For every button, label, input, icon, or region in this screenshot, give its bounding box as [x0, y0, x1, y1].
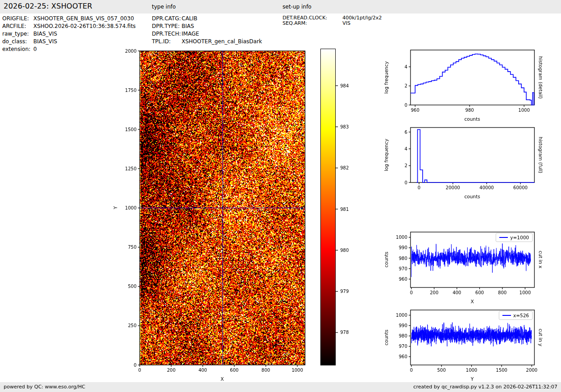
meta-row-tpl-id: TPL.ID:XSHOOTER_gen_cal_BiasDark: [152, 38, 262, 46]
type-info-block: DPR.CATG:CALIB DPR.TYPE:BIAS DPR.TECH:IM…: [152, 15, 262, 46]
bias-image-canvas: [140, 51, 305, 365]
svg-text:960: 960: [411, 108, 420, 113]
svg-text:200: 200: [430, 290, 438, 295]
svg-text:0: 0: [410, 368, 413, 373]
svg-text:1250: 1250: [125, 166, 137, 171]
meta-row-raw-type: raw_type:BIAS_VIS: [2, 30, 136, 38]
cut-x-xlabel: X: [470, 299, 474, 304]
svg-text:1000: 1000: [518, 108, 529, 113]
svg-text:1000: 1000: [520, 290, 531, 295]
svg-text:800: 800: [498, 290, 506, 295]
svg-text:0: 0: [418, 185, 420, 190]
main-ylabel: Y: [113, 206, 118, 209]
footer-created-by: created by qc_rawdisp.py v1.2.3 on 2026-…: [413, 382, 557, 392]
svg-text:20000: 20000: [446, 185, 460, 190]
file-info-block: ORIGFILE:XSHOOTER_GEN_BIAS_VIS_057_0030 …: [2, 15, 136, 53]
svg-text:500: 500: [128, 284, 137, 289]
svg-text:1500: 1500: [125, 127, 137, 132]
svg-text:2: 2: [405, 83, 407, 88]
svg-text:0: 0: [134, 363, 137, 368]
meta-value: BIAS_VIS: [33, 38, 57, 46]
cut-y-legend: x=526: [499, 311, 533, 320]
histogram-detail-plot-curve: [410, 54, 534, 105]
meta-label: DPR.TECH:: [152, 30, 182, 38]
meta-value: XSHOOTER_GEN_BIAS_VIS_057_0030: [33, 15, 134, 23]
colorbar-gradient: [320, 49, 336, 365]
svg-text:980: 980: [340, 248, 349, 253]
svg-text:2000: 2000: [526, 368, 537, 373]
meta-value: BIAS_VIS: [33, 30, 57, 38]
svg-text:4: 4: [405, 146, 407, 151]
hist-full-ylabel: log frequency: [383, 139, 389, 171]
meta-label: extension:: [2, 46, 33, 53]
meta-row-do-class: do_class:BIAS_VIS: [2, 38, 136, 46]
svg-text:1000: 1000: [396, 313, 407, 318]
type-info-heading: type info: [152, 4, 176, 10]
svg-text:40000: 40000: [479, 185, 494, 190]
svg-text:982: 982: [340, 165, 349, 170]
meta-value: BIAS: [182, 23, 194, 30]
cut-y-legend-label: x=526: [513, 313, 529, 318]
svg-text:600: 600: [475, 290, 484, 295]
svg-text:980: 980: [399, 256, 407, 261]
meta-label: TPL.ID:: [152, 38, 182, 46]
meta-label: SEQ.ARM:: [283, 21, 342, 26]
meta-row-dpr-tech: DPR.TECH:IMAGE: [152, 30, 262, 38]
histogram-detail-plot: 9609801000024: [405, 50, 534, 113]
hist-full-xlabel: counts: [464, 194, 480, 199]
legend-line-icon: [499, 237, 508, 238]
meta-value: IMAGE: [182, 30, 199, 38]
svg-text:960: 960: [399, 277, 407, 282]
footer-bar: powered by QC: www.eso.org/HC created by…: [0, 382, 561, 392]
svg-text:6: 6: [405, 130, 407, 135]
svg-text:1000: 1000: [292, 368, 303, 373]
svg-text:0: 0: [138, 368, 141, 373]
cut-x-ylabel: counts: [383, 251, 389, 267]
cut-x-legend-label: y=1000: [510, 235, 529, 240]
meta-label: DPR.TYPE:: [152, 23, 182, 30]
meta-row-origfile: ORIGFILE:XSHOOTER_GEN_BIAS_VIS_057_0030: [2, 15, 136, 23]
meta-value: CALIB: [182, 15, 197, 23]
svg-text:0: 0: [405, 103, 407, 108]
header-bar: 2026-02-25: XSHOOTER type info set-up in…: [0, 0, 561, 14]
svg-text:990: 990: [399, 245, 407, 250]
meta-row-arcfile: ARCFILE:XSHOO.2026-02-26T10:36:38.574.fi…: [2, 23, 136, 30]
meta-label: do_class:: [2, 38, 33, 46]
meta-value: XSHOOTER_gen_cal_BiasDark: [182, 38, 262, 46]
svg-text:800: 800: [261, 368, 270, 373]
hist-detail-right-label: histogram (detail): [538, 56, 543, 99]
svg-text:960: 960: [399, 354, 407, 359]
svg-text:2: 2: [405, 163, 407, 168]
svg-text:970: 970: [399, 266, 407, 271]
cut-in-y-plot-curve: [411, 323, 532, 346]
legend-line-icon: [502, 315, 511, 316]
meta-label: DPR.CATG:: [152, 15, 182, 23]
setup-info-block: DET.READ.CLOCK:400k/1pt/lg/2x2 SEQ.ARM:V…: [283, 15, 382, 26]
hist-detail-ylabel: log frequency: [383, 61, 389, 94]
svg-text:970: 970: [399, 344, 407, 349]
svg-text:980: 980: [465, 108, 474, 113]
svg-text:1000: 1000: [466, 368, 477, 373]
svg-text:979: 979: [340, 289, 349, 294]
cut-y-xlabel: Y: [471, 376, 474, 382]
histogram-full-plot: 02000040000600000246: [405, 128, 534, 190]
svg-text:1000: 1000: [396, 235, 407, 240]
svg-text:4: 4: [405, 64, 407, 69]
meta-row-dpr-catg: DPR.CATG:CALIB: [152, 15, 262, 23]
main-xlabel: X: [220, 376, 223, 382]
svg-text:200: 200: [167, 368, 175, 373]
meta-row-dpr-type: DPR.TYPE:BIAS: [152, 23, 262, 30]
meta-value: VIS: [342, 21, 351, 26]
svg-text:60000: 60000: [513, 185, 528, 190]
setup-info-heading: set-up info: [283, 4, 311, 10]
histogram-full-plot-curve: [416, 130, 534, 183]
meta-value: XSHOO.2026-02-26T10:36:38.574.fits: [33, 23, 136, 30]
cut-x-right-label: cut in x: [538, 251, 543, 268]
meta-label: ORIGFILE:: [2, 15, 33, 23]
svg-text:0: 0: [410, 290, 413, 295]
svg-text:1000: 1000: [125, 205, 137, 210]
hist-detail-xlabel: counts: [464, 116, 480, 122]
meta-row-extension: extension:0: [2, 46, 136, 53]
meta-row-seq-arm: SEQ.ARM:VIS: [283, 21, 382, 26]
page-title: 2026-02-25: XSHOOTER: [4, 2, 92, 10]
